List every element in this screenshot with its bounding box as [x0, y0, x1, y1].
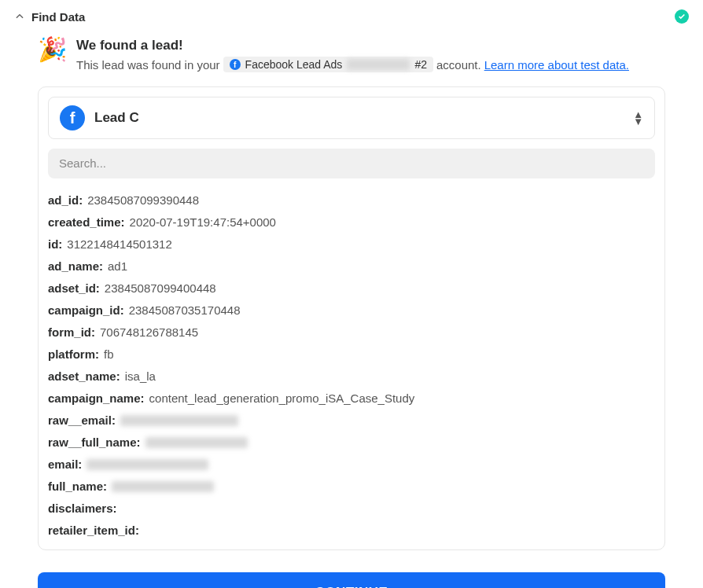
field-key: email:	[48, 455, 82, 474]
lead-selector-left: f Lead C	[60, 105, 139, 130]
field-value-redacted	[86, 459, 208, 470]
field-value: 3122148414501312	[67, 235, 171, 254]
search-input[interactable]	[59, 156, 644, 170]
field-row: email:	[48, 455, 655, 474]
field-row: adset_name:isa_la	[48, 367, 655, 386]
field-key: adset_name:	[48, 367, 120, 386]
field-key: raw__email:	[48, 411, 116, 430]
continue-button[interactable]: CONTINUE	[38, 572, 665, 588]
field-key: platform:	[48, 345, 99, 364]
field-list: ad_id:23845087099390448created_time:2020…	[48, 191, 655, 540]
search-box	[48, 149, 655, 178]
field-value: 23845087099390448	[87, 191, 199, 210]
status-success-icon	[675, 9, 689, 24]
field-key: adset_id:	[48, 279, 100, 298]
lead-intro: 🎉 We found a lead! This lead was found i…	[38, 38, 689, 72]
field-row: campaign_name:content_lead_generation_pr…	[48, 389, 655, 408]
party-popper-icon: 🎉	[38, 38, 67, 61]
field-key: campaign_id:	[48, 301, 124, 320]
field-row: platform:fb	[48, 345, 655, 364]
section-title: Find Data	[31, 10, 85, 24]
section-header-left[interactable]: Find Data	[14, 10, 85, 24]
account-blur	[347, 59, 410, 70]
field-value: fb	[104, 345, 114, 364]
lead-intro-text: We found a lead! This lead was found in …	[76, 38, 689, 72]
select-arrows-icon: ▲▼	[633, 111, 643, 125]
subtitle-after: account.	[436, 58, 481, 72]
learn-more-link[interactable]: Learn more about test data.	[484, 58, 629, 72]
subtitle-prefix: This lead was found in your	[76, 58, 220, 72]
field-row: disclaimers:	[48, 499, 655, 518]
field-key: ad_name:	[48, 257, 103, 276]
field-row: ad_name:ad1	[48, 257, 655, 276]
field-value: 2020-07-19T19:47:54+0000	[130, 213, 276, 232]
lead-found-title: We found a lead!	[76, 38, 689, 53]
facebook-icon: f	[60, 105, 85, 130]
field-row: raw__full_name:	[48, 433, 655, 452]
account-name-prefix: Facebook Lead Ads	[245, 58, 343, 71]
field-value: ad1	[108, 257, 127, 276]
field-key: retailer_item_id:	[48, 521, 139, 540]
field-value-redacted	[145, 437, 248, 448]
field-row: created_time:2020-07-19T19:47:54+0000	[48, 213, 655, 232]
field-value: 23845087099400448	[105, 279, 216, 298]
field-key: disclaimers:	[48, 499, 117, 518]
field-row: adset_id:23845087099400448	[48, 279, 655, 298]
field-value-redacted	[120, 415, 238, 426]
field-value: isa_la	[125, 367, 156, 386]
lead-card: f Lead C ▲▼ ad_id:23845087099390448creat…	[38, 86, 665, 550]
field-key: campaign_name:	[48, 389, 145, 408]
field-row: form_id:706748126788145	[48, 323, 655, 342]
field-row: id:3122148414501312	[48, 235, 655, 254]
lead-found-subtitle: This lead was found in your f Facebook L…	[76, 57, 689, 72]
section-header: Find Data	[14, 9, 689, 24]
field-value: 23845087035170448	[129, 301, 241, 320]
field-row: retailer_item_id:	[48, 521, 655, 540]
field-row: ad_id:23845087099390448	[48, 191, 655, 210]
field-key: full_name:	[48, 477, 107, 496]
field-key: form_id:	[48, 323, 95, 342]
lead-selector-label: Lead C	[94, 110, 139, 126]
facebook-icon: f	[230, 59, 241, 70]
field-row: full_name:	[48, 477, 655, 496]
chevron-up-icon	[14, 11, 25, 22]
field-row: raw__email:	[48, 411, 655, 430]
field-value: 706748126788145	[100, 323, 198, 342]
field-key: ad_id:	[48, 191, 83, 210]
field-key: created_time:	[48, 213, 125, 232]
field-key: id:	[48, 235, 62, 254]
field-key: raw__full_name:	[48, 433, 141, 452]
field-row: campaign_id:23845087035170448	[48, 301, 655, 320]
account-chip[interactable]: f Facebook Lead Ads #2	[223, 57, 433, 72]
field-value-redacted	[112, 481, 214, 492]
field-value: content_lead_generation_promo_iSA_Case_S…	[149, 389, 415, 408]
lead-selector[interactable]: f Lead C ▲▼	[48, 97, 655, 139]
account-suffix: #2	[414, 58, 427, 71]
